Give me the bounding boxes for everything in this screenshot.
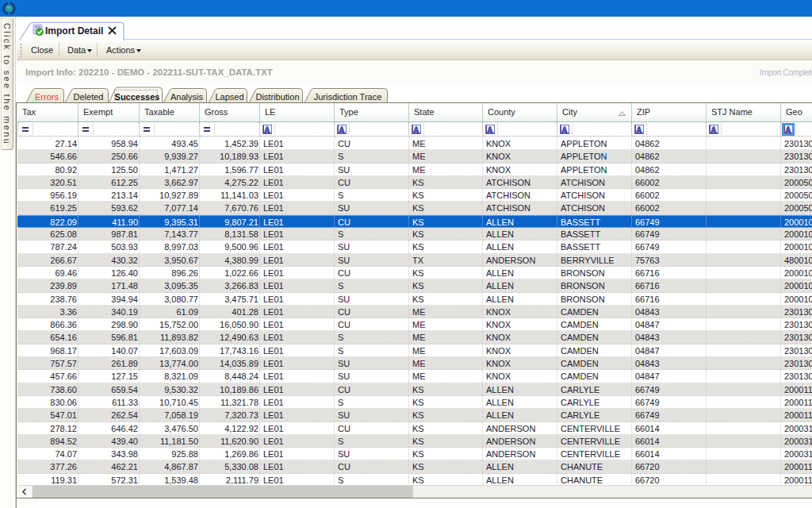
cell-stj-name[interactable] xyxy=(707,318,781,330)
cell-stj-name[interactable] xyxy=(707,216,781,227)
cell-geo[interactable]: 230130 xyxy=(781,137,812,149)
cell-zip[interactable]: 66749 xyxy=(632,216,707,227)
cell-type[interactable]: CU xyxy=(335,318,409,330)
cell-stj-name[interactable] xyxy=(707,189,781,201)
cell-stj-name[interactable] xyxy=(707,254,781,266)
cell-taxable[interactable]: 1,539.48 xyxy=(140,474,200,486)
cell-exempt[interactable]: 646.42 xyxy=(79,422,140,434)
cell-stj-name[interactable] xyxy=(707,383,781,395)
table-row[interactable]: 239.89171.483,095.353,266.83LE01SKSALLEN… xyxy=(17,279,812,293)
cell-geo[interactable]: 200050 xyxy=(781,176,812,188)
cell-geo[interactable]: 200010 xyxy=(781,241,812,253)
cell-city[interactable]: APPLETON xyxy=(557,164,632,175)
cell-le[interactable]: LE01 xyxy=(260,150,335,163)
cell-city[interactable]: CHANUTE xyxy=(557,460,632,473)
cell-stj-name[interactable] xyxy=(707,228,781,240)
cell-le[interactable]: LE01 xyxy=(260,137,335,149)
cell-zip[interactable]: 04847 xyxy=(632,318,707,330)
cell-exempt[interactable]: 572.31 xyxy=(79,474,140,486)
cell-city[interactable]: ATCHISON xyxy=(557,202,632,214)
cell-type[interactable]: SU xyxy=(335,357,409,369)
cell-state[interactable]: KS xyxy=(409,474,483,486)
cell-taxable[interactable]: 3,095.35 xyxy=(140,279,200,292)
cell-zip[interactable]: 04862 xyxy=(632,150,707,163)
cell-type[interactable]: CU xyxy=(335,422,409,434)
cell-stj-name[interactable] xyxy=(707,176,781,188)
cell-stj-name[interactable] xyxy=(707,460,781,473)
cell-exempt[interactable]: 140.07 xyxy=(79,344,140,356)
table-row[interactable]: 968.17140.0717,603.0917,743.16LE01SMEKNO… xyxy=(17,344,812,357)
toolbar-grip-handle[interactable] xyxy=(20,43,22,57)
cell-county[interactable]: ALLEN xyxy=(483,216,557,227)
cell-exempt[interactable]: 250.66 xyxy=(79,150,140,163)
table-row[interactable]: 830.06611.3310,710.4511,321.78LE01SKSALL… xyxy=(17,396,812,409)
cell-le[interactable]: LE01 xyxy=(260,216,335,227)
cell-city[interactable]: CARLYLE xyxy=(557,383,632,395)
cell-zip[interactable]: 04847 xyxy=(632,370,707,383)
cell-geo[interactable]: 200010 xyxy=(781,216,812,227)
cell-stj-name[interactable] xyxy=(707,241,781,253)
cell-type[interactable]: CU xyxy=(335,306,409,318)
cell-stj-name[interactable] xyxy=(707,293,781,305)
text-filter-icon[interactable]: A xyxy=(262,125,272,134)
cell-tax[interactable]: 894.52 xyxy=(17,435,79,447)
cell-taxable[interactable]: 925.88 xyxy=(140,448,200,460)
column-header-zip[interactable]: ZIP xyxy=(632,103,707,122)
cell-stj-name[interactable] xyxy=(707,164,781,175)
cell-geo[interactable]: 230130 xyxy=(781,344,812,356)
cell-exempt[interactable]: 125.50 xyxy=(79,164,140,175)
cell-tax[interactable]: 119.31 xyxy=(17,474,79,486)
cell-stj-name[interactable] xyxy=(707,474,781,486)
table-row[interactable]: 956.19213.1410,927.8911,141.03LE01SKSATC… xyxy=(17,189,812,202)
cell-type[interactable]: S xyxy=(335,396,409,408)
cell-city[interactable]: CARLYLE xyxy=(557,409,632,421)
cell-le[interactable]: LE01 xyxy=(260,279,335,292)
cell-city[interactable]: CAMDEN xyxy=(557,344,632,356)
column-header-state[interactable]: State xyxy=(409,103,483,122)
cell-type[interactable]: SU xyxy=(335,370,409,383)
cell-taxable[interactable]: 493.45 xyxy=(140,137,200,149)
cell-state[interactable]: KS xyxy=(409,422,483,434)
cell-state[interactable]: ME xyxy=(409,164,483,175)
cell-county[interactable]: KNOX xyxy=(483,137,557,149)
cell-county[interactable]: ANDERSON xyxy=(483,448,557,460)
cell-geo[interactable]: 200011 xyxy=(781,409,812,421)
cell-le[interactable]: LE01 xyxy=(260,164,335,175)
cell-county[interactable]: ALLEN xyxy=(483,396,557,408)
cell-zip[interactable]: 04862 xyxy=(632,164,707,175)
cell-geo[interactable]: 230130 xyxy=(781,370,812,383)
view-tab-distribution[interactable]: Distribution xyxy=(249,89,303,103)
column-header-type[interactable]: Type xyxy=(335,103,409,122)
cell-type[interactable]: SU xyxy=(335,254,409,266)
cell-le[interactable]: LE01 xyxy=(260,435,335,447)
close-button[interactable]: Close xyxy=(31,40,53,60)
filter-cell-exempt[interactable] xyxy=(79,122,140,137)
cell-stj-name[interactable] xyxy=(707,344,781,356)
cell-taxable[interactable]: 11,181.50 xyxy=(140,435,200,447)
table-row[interactable]: 654.16596.8111,893.8212,490.63LE01SMEKNO… xyxy=(17,331,812,344)
filter-cell-city[interactable]: A xyxy=(557,122,632,137)
cell-state[interactable]: KS xyxy=(409,383,483,395)
cell-type[interactable]: SU xyxy=(335,409,409,421)
cell-tax[interactable]: 69.46 xyxy=(17,267,79,279)
cell-le[interactable]: LE01 xyxy=(260,396,335,408)
text-filter-icon[interactable]: A xyxy=(783,125,793,134)
cell-taxable[interactable]: 3,080.77 xyxy=(140,293,200,305)
cell-tax[interactable]: 80.92 xyxy=(17,164,79,175)
cell-le[interactable]: LE01 xyxy=(260,202,335,214)
cell-exempt[interactable]: 439.40 xyxy=(79,435,140,447)
cell-city[interactable]: BERRYVILLE xyxy=(557,254,632,266)
data-menu-button[interactable]: Data xyxy=(67,40,92,60)
column-header-stj-name[interactable]: STJ Name xyxy=(707,103,781,122)
cell-type[interactable]: S xyxy=(335,435,409,447)
cell-county[interactable]: ALLEN xyxy=(483,241,557,253)
cell-type[interactable]: S xyxy=(335,279,409,292)
cell-exempt[interactable]: 593.62 xyxy=(79,202,140,214)
cell-taxable[interactable]: 3,476.50 xyxy=(140,422,200,434)
filter-cell-stj-name[interactable]: A xyxy=(707,122,781,137)
cell-county[interactable]: ALLEN xyxy=(483,383,557,395)
equals-filter-icon[interactable] xyxy=(144,127,150,133)
cell-stj-name[interactable] xyxy=(707,435,781,447)
cell-gross[interactable]: 1,022.66 xyxy=(200,267,260,279)
cell-county[interactable]: ALLEN xyxy=(483,474,557,486)
